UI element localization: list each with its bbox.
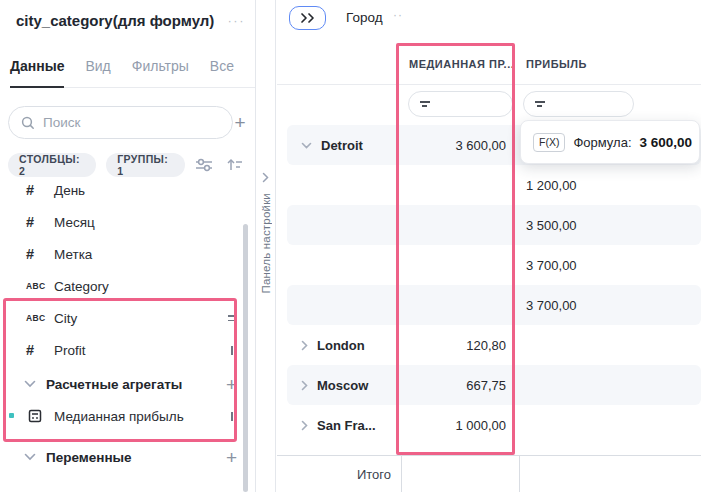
- header-separator: [277, 84, 701, 85]
- column-header-median[interactable]: МЕДИАННАЯ ПР...: [409, 58, 514, 70]
- list-toolbar: [195, 157, 243, 173]
- number-field-icon: #: [26, 182, 50, 198]
- tab-all[interactable]: Все: [210, 58, 234, 87]
- table-row-detail: 3 700,00: [277, 285, 701, 325]
- column-header-profit[interactable]: ПРИБЫЛЬ: [526, 58, 587, 70]
- field-list: # День # Месяц # Метка ABC Category ABC …: [0, 180, 255, 480]
- shelf-summary-row: СТОЛБЦЫ: 2 ГРУППЫ: 1: [8, 153, 243, 177]
- footer-column-divider: [401, 456, 402, 492]
- table-preview: Город ·· МЕДИАННАЯ ПР... ПРИБЫЛЬ Detroit…: [277, 0, 701, 492]
- table-row-moscow: Moscow 667,75: [277, 365, 701, 405]
- formula-tooltip: F(X) Формула: 3 600,00: [520, 120, 700, 164]
- sidebar-scrollbar[interactable]: [243, 224, 248, 492]
- text-field-icon: ABC: [26, 281, 50, 291]
- table-body: Detroit 3 600,00 1 200,00 3 500,00 3 700…: [277, 125, 701, 445]
- median-value-cell[interactable]: 667,75: [407, 365, 506, 405]
- field-row-month[interactable]: # Месяц: [0, 206, 255, 238]
- city-cell: San Fra...: [317, 418, 376, 433]
- city-cell: London: [317, 338, 365, 353]
- filter-input-profit-field[interactable]: [545, 97, 633, 111]
- add-variable-button[interactable]: +: [226, 448, 237, 467]
- filter-input-profit[interactable]: [523, 91, 634, 117]
- field-label: Медианная прибыль: [54, 409, 184, 424]
- filter-icon: [420, 101, 430, 106]
- chevron-down-icon[interactable]: [24, 453, 38, 461]
- field-label: День: [54, 183, 85, 198]
- profit-value-cell: 3 700,00: [526, 285, 577, 325]
- groups-count-badge[interactable]: ГРУППЫ: 1: [106, 153, 185, 177]
- chevron-down-icon[interactable]: [24, 380, 38, 388]
- section-calculated-aggregates[interactable]: Расчетные агрегаты +: [0, 368, 255, 400]
- filter-input-median[interactable]: [408, 91, 513, 117]
- table-row-sanfrancisco: San Fra... 1 000,00: [277, 405, 701, 445]
- field-label: City: [54, 311, 77, 326]
- columns-count-badge[interactable]: СТОЛБЦЫ: 2: [8, 153, 96, 177]
- expand-row-chevron-icon[interactable]: [301, 340, 308, 351]
- tab-data[interactable]: Данные: [10, 58, 64, 88]
- expand-row-chevron-icon[interactable]: [301, 420, 308, 431]
- field-label: Profit: [54, 343, 86, 358]
- tab-view[interactable]: Вид: [85, 58, 110, 87]
- columns-shelf-indicator-icon: [231, 346, 237, 355]
- city-cell: Moscow: [317, 378, 368, 393]
- table-row-detail: 3 500,00: [277, 205, 701, 245]
- footer-column-divider: [519, 456, 520, 492]
- profit-value-cell: 1 200,00: [526, 165, 577, 205]
- median-value-cell[interactable]: 1 000,00: [407, 405, 506, 445]
- add-aggregate-button[interactable]: +: [226, 375, 237, 394]
- number-field-icon: #: [26, 214, 50, 230]
- section-variables[interactable]: Переменные +: [0, 441, 255, 473]
- table-row-detail: 1 200,00: [277, 165, 701, 205]
- add-field-button[interactable]: +: [233, 113, 247, 132]
- settings-panel-strip[interactable]: Панель настройки: [255, 0, 276, 492]
- settings-sliders-icon[interactable]: [195, 157, 213, 173]
- search-input[interactable]: [43, 115, 220, 130]
- filter-icon: [535, 101, 545, 106]
- table-footer: Итого: [277, 455, 701, 492]
- variables-section-wrap: Переменные +: [0, 441, 255, 473]
- expand-row-chevron-icon[interactable]: [301, 380, 308, 391]
- field-row-day[interactable]: # День: [0, 180, 255, 206]
- formula-fx-badge: F(X): [533, 133, 565, 152]
- total-label: Итого: [277, 456, 391, 492]
- sort-icon[interactable]: [226, 157, 243, 173]
- field-row-median-profit[interactable]: Медианная прибыль: [0, 400, 255, 432]
- search-row: +: [8, 106, 247, 139]
- dataset-sidebar: city_category(для формул) ··· Данные Вид…: [0, 0, 255, 492]
- median-value-cell[interactable]: 3 600,00: [407, 125, 506, 165]
- expand-panel-chevron-icon[interactable]: [262, 172, 269, 183]
- search-box[interactable]: [8, 106, 233, 139]
- field-label: Метка: [54, 247, 92, 262]
- field-label: Category: [54, 279, 109, 294]
- tab-filters[interactable]: Фильтры: [132, 58, 189, 87]
- sidebar-header: city_category(для формул) ···: [16, 12, 245, 29]
- collapse-row-chevron-icon[interactable]: [301, 142, 312, 149]
- table-row-london: London 120,80: [277, 325, 701, 365]
- formula-tooltip-label: Формула:: [573, 135, 631, 150]
- formula-field-icon: [28, 409, 50, 423]
- number-field-icon: #: [26, 246, 50, 262]
- profit-value-cell: 3 700,00: [526, 245, 577, 285]
- number-field-icon: #: [26, 342, 50, 358]
- formula-tooltip-value: 3 600,00: [640, 135, 693, 150]
- search-icon: [21, 116, 35, 130]
- rows-shelf-indicator-icon: [228, 315, 237, 321]
- field-row-category[interactable]: ABC Category: [0, 270, 255, 302]
- group-field-header[interactable]: Город: [346, 10, 383, 25]
- expand-preview-button[interactable]: [289, 6, 326, 30]
- field-row-label[interactable]: # Метка: [0, 238, 255, 270]
- profit-value-cell: 3 500,00: [526, 205, 577, 245]
- field-row-profit[interactable]: # Profit: [0, 334, 255, 366]
- dataset-menu-icon[interactable]: ···: [228, 13, 246, 28]
- dataset-title: city_category(для формул): [16, 12, 214, 29]
- field-row-city[interactable]: ABC City: [0, 302, 255, 334]
- new-field-dot: [9, 413, 14, 418]
- sidebar-tabs: Данные Вид Фильтры Все: [10, 58, 255, 88]
- text-field-icon: ABC: [26, 313, 50, 323]
- city-cell: Detroit: [321, 138, 363, 153]
- filter-input-median-field[interactable]: [430, 97, 512, 111]
- table-row-detail: 3 700,00: [277, 245, 701, 285]
- columns-shelf-indicator-icon: [231, 412, 237, 421]
- median-value-cell[interactable]: 120,80: [407, 325, 506, 365]
- group-field-menu-icon[interactable]: ··: [393, 8, 403, 22]
